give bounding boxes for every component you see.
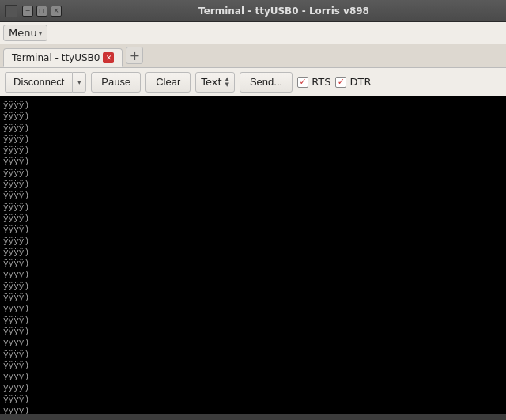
text-select-arrows-icon: ▲ ▼ (225, 77, 229, 88)
text-select-label: Text (201, 76, 221, 88)
menu-button[interactable]: Menu ▾ (3, 25, 47, 41)
close-button[interactable]: × (51, 6, 62, 17)
terminal-area[interactable]: ÿÿÿÿ) ÿÿÿÿ) ÿÿÿÿ) ÿÿÿÿ) ÿÿÿÿ) ÿÿÿÿ) ÿÿÿÿ… (0, 96, 506, 414)
rts-checkbox[interactable]: ✓ (297, 77, 308, 88)
tab-add-button[interactable]: + (126, 47, 143, 64)
toolbar: Disconnect ▾ Pause Clear Text ▲ ▼ Send..… (0, 68, 506, 96)
text-select[interactable]: Text ▲ ▼ (195, 72, 235, 93)
menu-bar: Menu ▾ (0, 22, 506, 44)
pause-button[interactable]: Pause (91, 72, 141, 93)
tab-ttyusb0[interactable]: Terminal - ttyUSB0 ✕ (3, 48, 123, 67)
minimize-button[interactable]: − (22, 6, 33, 17)
disconnect-dropdown-button[interactable]: ▾ (72, 72, 86, 93)
tab-close-button[interactable]: ✕ (103, 52, 114, 63)
app-icon (5, 5, 17, 17)
maximize-button[interactable]: □ (36, 6, 47, 17)
dtr-group: ✓ DTR (335, 76, 371, 88)
dtr-checkbox[interactable]: ✓ (335, 77, 346, 88)
window-title: Terminal - ttyUSB0 - Lorris v898 (66, 6, 501, 17)
rts-label: RTS (312, 76, 330, 88)
tab-bar: Terminal - ttyUSB0 ✕ + (0, 44, 506, 68)
terminal-content: ÿÿÿÿ) ÿÿÿÿ) ÿÿÿÿ) ÿÿÿÿ) ÿÿÿÿ) ÿÿÿÿ) ÿÿÿÿ… (3, 100, 503, 414)
menu-label: Menu (9, 27, 37, 39)
tab-label: Terminal - ttyUSB0 (12, 52, 100, 63)
status-bar (0, 414, 506, 420)
window-controls: − □ × (22, 6, 62, 17)
send-button[interactable]: Send... (240, 72, 293, 93)
title-bar: − □ × Terminal - ttyUSB0 - Lorris v898 (0, 0, 506, 22)
clear-button[interactable]: Clear (145, 72, 191, 93)
dtr-label: DTR (349, 76, 371, 88)
rts-group: ✓ RTS (297, 76, 330, 88)
menu-arrow-icon: ▾ (39, 29, 43, 37)
disconnect-button-group: Disconnect ▾ (5, 72, 86, 93)
disconnect-button[interactable]: Disconnect (5, 72, 72, 93)
